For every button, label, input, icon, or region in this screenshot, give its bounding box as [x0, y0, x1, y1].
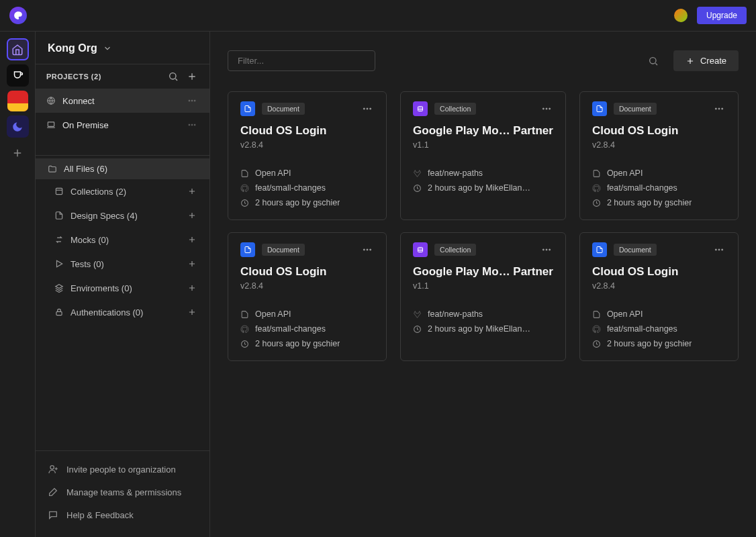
plus-icon — [187, 283, 197, 293]
top-bar: Upgrade — [0, 0, 756, 32]
svg-rect-5 — [48, 122, 54, 126]
user-plus-icon — [48, 464, 58, 475]
file-card[interactable]: Document Cloud OS Login v2.8.4 Open API … — [579, 91, 739, 220]
card-title: Google Play Mo… Partner — [413, 265, 553, 279]
svg-point-14 — [367, 108, 368, 109]
project-item-konnect[interactable]: Konnect — [36, 89, 209, 113]
rail-workspace-avatar[interactable] — [7, 91, 28, 111]
play-icon — [54, 259, 64, 268]
tree-add-button[interactable] — [185, 281, 199, 295]
document-icon — [592, 242, 607, 257]
card-title: Cloud OS Login — [592, 265, 726, 279]
document-icon — [240, 242, 255, 257]
document-icon — [592, 101, 607, 116]
chat-icon — [48, 509, 58, 520]
project-more-button[interactable] — [185, 118, 199, 132]
nav-rail — [0, 32, 36, 537]
card-more-button[interactable] — [361, 243, 374, 256]
card-badge: Collection — [434, 244, 476, 256]
invite-people-button[interactable]: Invite people to organization — [36, 458, 209, 481]
card-spec: Open API — [592, 168, 726, 178]
tree-add-button[interactable] — [185, 185, 199, 198]
tree-add-button[interactable] — [185, 209, 199, 222]
chevron-down-icon — [103, 44, 112, 53]
svg-point-22 — [715, 108, 716, 109]
card-branch: feat/small-changes — [592, 183, 726, 193]
org-switcher[interactable]: Kong Org — [36, 32, 209, 64]
rail-add[interactable] — [7, 142, 29, 164]
folder-icon — [48, 164, 57, 174]
card-time: 2 hours ago by MikeEllan… — [413, 324, 553, 334]
file-card[interactable]: Document Cloud OS Login v2.8.4 Open API … — [228, 232, 387, 361]
project-item-on-premise[interactable]: On Premise — [36, 113, 209, 137]
svg-rect-17 — [418, 107, 423, 111]
top-right: Upgrade — [674, 7, 747, 24]
tree-design-specs[interactable]: Design Specs (4) — [36, 203, 209, 228]
card-branch: feat/small-changes — [592, 324, 726, 334]
card-time: 2 hours ago by MikeEllan… — [413, 183, 553, 193]
svg-point-32 — [546, 249, 547, 250]
card-more-button[interactable] — [361, 102, 374, 115]
plus-icon — [187, 235, 197, 244]
rail-home[interactable] — [7, 38, 29, 60]
rail-cup[interactable] — [7, 64, 29, 87]
projects-search-button[interactable] — [167, 70, 180, 83]
file-card[interactable]: Document Cloud OS Login v2.8.4 Open API … — [579, 232, 739, 361]
card-more-button[interactable] — [712, 102, 726, 115]
swap-icon — [54, 235, 64, 244]
svg-point-11 — [50, 466, 54, 469]
collection-icon — [413, 101, 428, 116]
projects-add-button[interactable] — [185, 70, 199, 83]
card-version: v2.8.4 — [592, 281, 726, 291]
app-logo[interactable] — [9, 7, 27, 24]
card-version: v1.1 — [413, 140, 553, 150]
manage-teams-button[interactable]: Manage teams & permissions — [36, 481, 209, 503]
svg-point-28 — [370, 249, 371, 250]
filter-input[interactable] — [228, 50, 375, 71]
svg-point-27 — [367, 249, 368, 250]
plus-icon — [187, 307, 197, 317]
plus-icon — [187, 71, 197, 82]
user-avatar[interactable] — [674, 9, 688, 22]
dots-icon — [187, 96, 197, 105]
card-more-button[interactable] — [712, 243, 726, 256]
card-title: Cloud OS Login — [592, 124, 726, 138]
plus-icon — [686, 56, 695, 66]
upgrade-button[interactable]: Upgrade — [697, 7, 747, 24]
card-more-button[interactable] — [540, 102, 553, 115]
file-card[interactable]: Collection Google Play Mo… Partner v1.1 … — [400, 232, 566, 361]
file-card[interactable]: Collection Google Play Mo… Partner v1.1 … — [400, 91, 566, 220]
tree-environments[interactable]: Enviroments (0) — [36, 276, 209, 300]
card-time: 2 hours ago by gschier — [240, 339, 374, 348]
plus-icon — [187, 187, 197, 196]
svg-point-3 — [191, 100, 193, 101]
tree-label: Enviroments (0) — [70, 283, 132, 293]
create-button[interactable]: Create — [673, 50, 739, 71]
project-name: Konnect — [62, 96, 95, 106]
collection-icon — [54, 187, 64, 196]
tree-collections[interactable]: Collections (2) — [36, 179, 209, 203]
help-feedback-button[interactable]: Help & Feedback — [36, 503, 209, 526]
tree-add-button[interactable] — [185, 233, 199, 246]
tree-add-button[interactable] — [185, 257, 199, 271]
file-icon — [54, 211, 64, 220]
tree-add-button[interactable] — [185, 305, 199, 319]
tree-tests[interactable]: Tests (0) — [36, 252, 209, 276]
project-more-button[interactable] — [185, 94, 199, 107]
tree-label: Collections (2) — [70, 187, 126, 197]
moon-icon — [11, 121, 23, 133]
tree-all-files[interactable]: All Files (6) — [36, 158, 209, 179]
svg-rect-9 — [56, 188, 62, 194]
svg-point-31 — [542, 249, 544, 250]
file-card[interactable]: Document Cloud OS Login v2.8.4 Open API … — [228, 91, 387, 220]
svg-point-12 — [650, 57, 656, 63]
card-branch: feat/small-changes — [240, 183, 374, 193]
collection-icon — [413, 242, 428, 257]
card-version: v2.8.4 — [240, 140, 374, 150]
search-icon — [648, 56, 659, 66]
tree-mocks[interactable]: Mocks (0) — [36, 228, 209, 252]
card-more-button[interactable] — [540, 243, 553, 256]
rail-moon[interactable] — [7, 115, 29, 138]
svg-point-26 — [363, 249, 365, 250]
tree-authentications[interactable]: Authentications (0) — [36, 300, 209, 324]
